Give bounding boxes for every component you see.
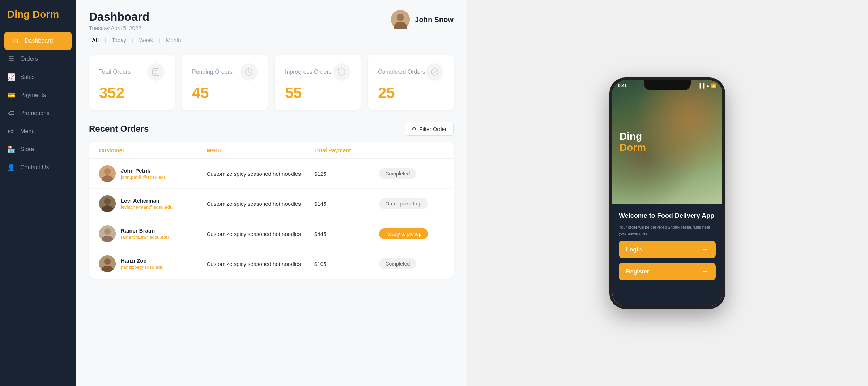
phone-welcome: Welcome to Food Delivery App [619, 212, 716, 220]
app-logo: Ding Dorm [0, 9, 76, 32]
phone-mockup: 9:41 ▐▐ ▲ 📶 Ding Dorm Welcome to Food De… [609, 77, 725, 309]
customer-email[interactable]: john.petrik@sdsu.edu [121, 174, 166, 180]
svg-point-7 [104, 168, 111, 175]
phone-login-label: Login [626, 246, 642, 253]
menu-item: Customize spicy seasoned hot noodles [207, 201, 315, 207]
stat-icon-completed [426, 63, 443, 81]
sidebar-item-label: Contact Us [20, 164, 49, 171]
contact-icon: 👤 [7, 164, 15, 171]
sidebar-item-menu[interactable]: 🍽 Menu [0, 122, 76, 140]
payments-icon: 💳 [7, 91, 15, 99]
sidebar-item-dashboard[interactable]: ⊞ Dashboard [4, 32, 72, 50]
sidebar: Ding Dorm ⊞ Dashboard ☰ Orders 📈 Sales 💳… [0, 0, 76, 386]
menu-icon: 🍽 [7, 127, 15, 135]
sales-icon: 📈 [7, 73, 15, 81]
phone-hero-title-ding: Ding [620, 131, 646, 142]
customer-cell: Hanzi Zoe hanzizoe@sdsu.edu [99, 255, 207, 272]
phone-hero-title-area: Ding Dorm [620, 131, 646, 153]
filter-order-button[interactable]: ⚙ Filter Order [405, 122, 454, 136]
page-title: Dashboard [89, 10, 184, 24]
filter-all[interactable]: All [89, 35, 102, 44]
sidebar-item-sales[interactable]: 📈 Sales [0, 68, 76, 86]
header-left: Dashboard Tuesday April 5, 2022 All | To… [89, 10, 184, 44]
col-menu: Menu [207, 147, 315, 153]
payment-amount: $445 [314, 231, 379, 237]
user-name: John Snow [415, 16, 454, 24]
customer-email[interactable]: leviacherman@sdsu.edu [121, 204, 173, 210]
sidebar-item-label: Sales [20, 74, 35, 80]
logo-yellow: Dorm [33, 9, 59, 20]
phone-register-arrow-icon: → [702, 268, 709, 275]
customer-email[interactable]: rainerbraun@sdsu.edu [121, 234, 169, 240]
svg-point-13 [104, 228, 111, 235]
stat-icon-total [147, 63, 165, 81]
stat-card-completed: Completed Orders 25 [368, 55, 454, 110]
sidebar-item-label: Store [20, 146, 34, 153]
filter-week[interactable]: Week [136, 35, 156, 44]
stat-icon-inprogress [333, 63, 350, 81]
table-row: John Petrik john.petrik@sdsu.edu Customi… [89, 159, 454, 189]
stat-icon-pending [240, 63, 258, 81]
orders-table: Customer Menu Total Payment John Petrik … [89, 142, 454, 279]
sidebar-item-label: Menu [20, 128, 35, 135]
customer-name: John Petrik [121, 167, 166, 174]
customer-name: Rainer Braun [121, 228, 169, 234]
filter-bar: All | Today | Week | Month [89, 35, 184, 44]
sidebar-item-payments[interactable]: 💳 Payments [0, 86, 76, 104]
filter-order-label: Filter Order [419, 126, 447, 132]
customer-cell: Rainer Braun rainerbraun@sdsu.edu [99, 225, 207, 242]
col-customer: Customer [99, 147, 207, 153]
phone-register-label: Register [626, 268, 649, 275]
phone-status-time: 9:41 [618, 83, 627, 88]
stat-label-pending: Pending Orders [192, 69, 233, 75]
promotions-icon: 🏷 [7, 109, 15, 117]
recent-orders-title: Recent Orders [89, 124, 149, 134]
phone-hero-title-dorm: Dorm [620, 142, 646, 153]
status-badge: Completed [379, 168, 417, 179]
sidebar-item-contact[interactable]: 👤 Contact Us [0, 158, 76, 177]
table-header: Customer Menu Total Payment [89, 142, 454, 159]
filter-month[interactable]: Month [163, 35, 184, 44]
avatar [99, 255, 116, 272]
sidebar-item-label: Dashboard [25, 38, 53, 44]
phone-section: 9:41 ▐▐ ▲ 📶 Ding Dorm Welcome to Food De… [467, 0, 868, 386]
customer-name: Hanzi Zoe [121, 258, 163, 264]
store-icon: 🏪 [7, 145, 15, 153]
menu-item: Customize spicy seasoned hot noodles [207, 171, 315, 177]
stat-label-total: Total Orders [99, 69, 131, 75]
sidebar-item-orders[interactable]: ☰ Orders [0, 50, 76, 68]
phone-bottom: Welcome to Food Delivery App Your order … [612, 204, 722, 306]
customer-name: Levi Acherman [121, 198, 173, 204]
main-content: Dashboard Tuesday April 5, 2022 All | To… [76, 0, 467, 386]
avatar [99, 195, 116, 212]
phone-status-icons: ▐▐ ▲ 📶 [698, 83, 716, 88]
phone-subtitle: Your order will be delivered Shortly res… [619, 224, 716, 236]
sidebar-item-label: Promotions [20, 110, 50, 116]
stats-row: Total Orders 352 Pending Orders [89, 55, 454, 110]
dashboard-icon: ⊞ [12, 37, 20, 45]
stat-value-completed: 25 [378, 84, 443, 102]
sidebar-item-label: Payments [20, 92, 46, 98]
stat-card-pending: Pending Orders 45 [182, 55, 268, 110]
status-badge: Ready to pickup [379, 228, 428, 239]
phone-register-button[interactable]: Register → [619, 263, 716, 280]
avatar [99, 225, 116, 242]
sidebar-item-label: Orders [20, 56, 38, 62]
svg-point-1 [397, 14, 404, 21]
page-date: Tuesday April 5, 2022 [89, 25, 184, 31]
stat-value-inprogress: 55 [285, 84, 350, 102]
sidebar-item-promotions[interactable]: 🏷 Promotions [0, 104, 76, 122]
sidebar-item-store[interactable]: 🏪 Store [0, 140, 76, 158]
customer-email[interactable]: hanzizoe@sdsu.edu [121, 264, 163, 270]
header: Dashboard Tuesday April 5, 2022 All | To… [89, 10, 454, 44]
avatar [99, 165, 116, 182]
orders-icon: ☰ [7, 55, 15, 63]
svg-point-16 [104, 258, 111, 265]
customer-cell: John Petrik john.petrik@sdsu.edu [99, 165, 207, 182]
status-badge: Order picked up [379, 198, 428, 209]
status-badge: Completed [379, 258, 417, 269]
filter-today[interactable]: Today [109, 35, 129, 44]
menu-item: Customize spicy seasoned hot noodles [207, 231, 315, 237]
col-payment: Total Payment [314, 147, 379, 153]
phone-login-button[interactable]: Login → [619, 241, 716, 258]
